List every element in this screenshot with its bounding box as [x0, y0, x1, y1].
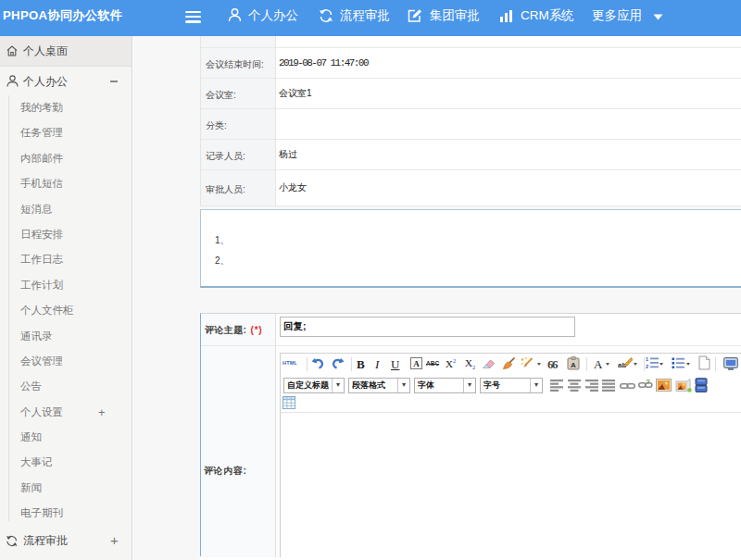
svg-text:A: A [571, 361, 576, 369]
svg-text:1: 1 [646, 356, 648, 362]
svg-text:2: 2 [646, 364, 648, 369]
svg-text:?: ? [646, 379, 650, 386]
